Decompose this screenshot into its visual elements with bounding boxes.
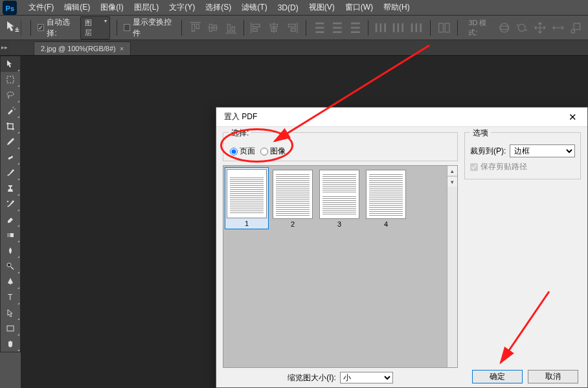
radio-image-input[interactable] bbox=[260, 148, 268, 155]
align-bottom-icon[interactable] bbox=[224, 21, 238, 35]
type-tool[interactable]: T bbox=[1, 290, 20, 305]
preserve-clip-checkbox[interactable]: 保存剪贴路径 bbox=[470, 161, 575, 172]
svg-text:Ps: Ps bbox=[6, 4, 14, 12]
auto-select-dropdown[interactable]: 图层 ▾ bbox=[80, 16, 110, 40]
svg-rect-8 bbox=[351, 22, 360, 24]
ps-logo: Ps bbox=[3, 1, 17, 15]
show-transform-checkbox[interactable]: 显示变换控件 bbox=[124, 17, 175, 39]
svg-rect-2 bbox=[315, 22, 324, 24]
collapse-toolbar-icon[interactable]: ▸▸ bbox=[0, 40, 9, 54]
crop-to-select[interactable]: 边框 bbox=[510, 144, 575, 157]
distribute-hcenter-icon[interactable] bbox=[391, 21, 405, 35]
menu-view[interactable]: 视图(V) bbox=[304, 1, 340, 14]
distribute-left-icon[interactable] bbox=[374, 21, 388, 35]
rectangle-tool[interactable] bbox=[1, 321, 20, 336]
svg-rect-27 bbox=[7, 76, 14, 83]
thumb-size-label: 缩览图大小(I): bbox=[288, 372, 336, 383]
hand-tool[interactable] bbox=[1, 336, 20, 352]
distribute-top-icon[interactable] bbox=[313, 21, 327, 35]
svg-rect-34 bbox=[7, 326, 14, 331]
blur-tool[interactable] bbox=[1, 243, 20, 258]
menu-filter[interactable]: 滤镜(T) bbox=[236, 1, 272, 14]
marquee-tool[interactable] bbox=[1, 72, 20, 87]
dodge-tool[interactable] bbox=[1, 258, 20, 274]
align-left-icon[interactable] bbox=[249, 21, 264, 35]
align-hcenter-icon[interactable] bbox=[267, 21, 281, 35]
healing-brush-tool[interactable] bbox=[1, 150, 20, 165]
align-vcenter-icon[interactable] bbox=[206, 21, 220, 35]
place-pdf-dialog: 置入 PDF ✕ 选择: 页面 图像 bbox=[216, 107, 588, 388]
svg-rect-17 bbox=[411, 23, 413, 32]
mode-3d-label: 3D 模式: bbox=[468, 18, 493, 38]
3d-pan-icon[interactable] bbox=[533, 21, 547, 35]
page-thumb-4[interactable]: 4 bbox=[363, 167, 409, 231]
radio-page-input[interactable] bbox=[230, 148, 238, 155]
crop-tool[interactable] bbox=[1, 119, 20, 134]
select-legend: 选择: bbox=[229, 128, 251, 139]
path-selection-tool[interactable] bbox=[1, 305, 20, 321]
distribute-bottom-icon[interactable] bbox=[348, 21, 363, 35]
menu-edit[interactable]: 编辑(E) bbox=[59, 1, 95, 14]
move-tool-indicator[interactable] bbox=[5, 20, 21, 36]
page-thumb-1[interactable]: 1 bbox=[225, 167, 269, 229]
align-right-icon[interactable] bbox=[285, 21, 299, 35]
dialog-close-button[interactable]: ✕ bbox=[565, 110, 581, 124]
3d-orbit-icon[interactable] bbox=[497, 21, 512, 35]
scroll-down-icon[interactable]: ▾ bbox=[447, 176, 457, 187]
dialog-titlebar[interactable]: 置入 PDF ✕ bbox=[216, 108, 587, 127]
auto-select-label: 自动选择: bbox=[47, 17, 76, 39]
menu-3d[interactable]: 3D(D) bbox=[273, 2, 304, 14]
menu-select[interactable]: 选择(S) bbox=[200, 1, 236, 14]
svg-point-28 bbox=[7, 92, 14, 96]
svg-rect-10 bbox=[351, 31, 360, 33]
auto-select-checkbox[interactable]: 自动选择: bbox=[38, 17, 76, 39]
pen-tool[interactable] bbox=[1, 274, 20, 290]
distribute-vcenter-icon[interactable] bbox=[330, 21, 345, 35]
radio-image[interactable]: 图像 bbox=[260, 146, 286, 157]
history-brush-tool[interactable] bbox=[1, 196, 20, 212]
svg-rect-7 bbox=[334, 31, 343, 33]
menu-type[interactable]: 文字(Y) bbox=[164, 1, 200, 14]
magic-wand-tool[interactable] bbox=[1, 103, 20, 119]
ok-button[interactable]: 确定 bbox=[472, 370, 523, 383]
clone-stamp-tool[interactable] bbox=[1, 181, 20, 196]
distribute-right-icon[interactable] bbox=[409, 21, 424, 35]
eraser-tool[interactable] bbox=[1, 212, 20, 227]
menu-help[interactable]: 帮助(H) bbox=[378, 1, 415, 14]
show-transform-label: 显示变换控件 bbox=[133, 17, 175, 39]
svg-rect-5 bbox=[334, 22, 343, 24]
3d-slide-icon[interactable] bbox=[551, 21, 565, 35]
page-thumb-3[interactable]: 3 bbox=[317, 167, 362, 231]
svg-rect-18 bbox=[416, 23, 418, 32]
svg-point-22 bbox=[500, 23, 509, 32]
svg-rect-16 bbox=[402, 23, 404, 32]
lasso-tool[interactable] bbox=[1, 87, 20, 103]
tab-close-icon[interactable]: × bbox=[120, 45, 124, 52]
menu-window[interactable]: 窗口(W) bbox=[340, 1, 378, 14]
menu-file[interactable]: 文件(F) bbox=[23, 1, 59, 14]
thumb-size-select[interactable]: 小 bbox=[340, 372, 393, 383]
brush-tool[interactable] bbox=[1, 165, 20, 181]
auto-align-icon[interactable] bbox=[437, 21, 451, 35]
align-top-icon[interactable] bbox=[188, 21, 203, 35]
svg-rect-3 bbox=[315, 27, 324, 29]
svg-rect-4 bbox=[315, 31, 324, 33]
svg-rect-15 bbox=[398, 23, 400, 32]
menu-layer[interactable]: 图层(L) bbox=[129, 1, 164, 14]
page-thumb-2[interactable]: 2 bbox=[270, 167, 315, 231]
3d-roll-icon[interactable] bbox=[515, 21, 529, 35]
tab-title: 2.jpg @ 100%(RGB/8#) bbox=[41, 45, 116, 52]
thumbnail-area: 1 2 3 4 bbox=[223, 165, 458, 368]
document-tab[interactable]: 2.jpg @ 100%(RGB/8#) × bbox=[34, 41, 131, 55]
gradient-tool[interactable] bbox=[1, 227, 20, 243]
move-tool[interactable] bbox=[1, 56, 20, 72]
radio-page[interactable]: 页面 bbox=[230, 146, 255, 157]
menu-image[interactable]: 图像(I) bbox=[95, 1, 128, 14]
svg-rect-11 bbox=[375, 23, 377, 32]
svg-rect-14 bbox=[393, 23, 395, 32]
cancel-button[interactable]: 取消 bbox=[528, 370, 578, 383]
eyedropper-tool[interactable] bbox=[1, 134, 20, 150]
scroll-up-icon[interactable]: ▴ bbox=[447, 166, 457, 176]
3d-scale-icon[interactable] bbox=[569, 21, 583, 35]
thumbnail-scrollbar[interactable]: ▴ ▾ bbox=[447, 166, 457, 367]
